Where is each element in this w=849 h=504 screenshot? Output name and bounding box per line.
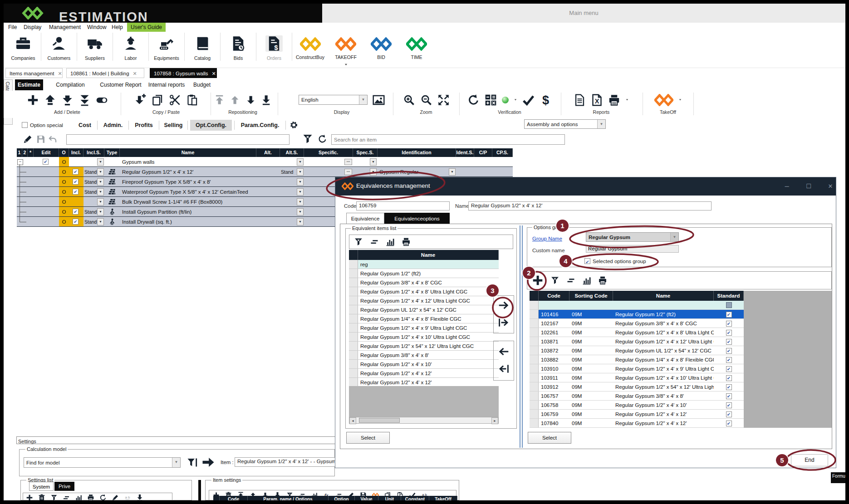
- grid-o-cell[interactable]: O: [59, 177, 69, 187]
- close-icon[interactable]: ✕: [824, 182, 837, 191]
- grid-incl-cell[interactable]: [69, 187, 83, 197]
- minimize-icon[interactable]: ─: [780, 182, 794, 191]
- move-top-icon[interactable]: [214, 94, 225, 106]
- grid-o-cell[interactable]: O: [59, 187, 69, 197]
- chevron-down-icon[interactable]: [625, 98, 629, 101]
- grid-alts-cell[interactable]: ▼: [280, 217, 304, 227]
- grid-alt-cell[interactable]: [256, 197, 280, 207]
- report-document-icon[interactable]: [574, 94, 586, 106]
- tab-estimate[interactable]: Estimate: [15, 79, 43, 90]
- grid-incl-cell[interactable]: [69, 177, 83, 187]
- list-item[interactable]: Regular Gypsum 3/8" x 4' x 8' CGC: [349, 278, 499, 287]
- menu-users-guide[interactable]: User's Guide: [127, 23, 166, 32]
- toolbar-item-equipments[interactable]: Equipments: [149, 33, 185, 61]
- doc-tab-items-management[interactable]: Items management✕: [5, 68, 63, 78]
- chevron-down-icon[interactable]: [514, 98, 517, 101]
- chevron-down-icon[interactable]: ▼: [297, 208, 304, 215]
- tab-system[interactable]: System: [29, 482, 54, 491]
- grid-alts-cell[interactable]: ▼: [280, 207, 304, 217]
- delete-down-icon[interactable]: [61, 94, 74, 106]
- grid-incls-cell[interactable]: Stand▼: [83, 207, 104, 217]
- refresh-icon[interactable]: [318, 134, 327, 144]
- chevron-down-icon[interactable]: ▼: [97, 188, 104, 196]
- grid-o-cell[interactable]: O: [59, 217, 69, 227]
- select-left-button[interactable]: Select: [346, 432, 390, 444]
- list-item[interactable]: Regular Gypsum 1/2" x 54" x 12' Ultra Li…: [349, 342, 499, 351]
- options-table-row[interactable]: 10784009MRegular Gypsum 1/2" x 4' x 12': [530, 419, 744, 428]
- toolbar-item-customers[interactable]: Customers: [41, 33, 77, 61]
- search-input[interactable]: [331, 134, 565, 145]
- grid-header-[interactable]: *: [28, 148, 34, 157]
- toolbar-item-suppliers[interactable]: Suppliers: [77, 33, 113, 61]
- tab-equivalence[interactable]: Equivalence: [346, 213, 384, 224]
- grid-edit-cell[interactable]: [34, 217, 59, 227]
- grid-edit-cell[interactable]: [34, 157, 59, 167]
- options-table-row[interactable]: 10141609MRegular Gypsum 1/2" (ft2): [530, 310, 744, 319]
- grid-header-o[interactable]: O: [59, 148, 69, 157]
- list-item[interactable]: Regular Gypsum 3/8" x 4' x 8': [349, 351, 499, 360]
- scrollbar-thumb[interactable]: [359, 418, 400, 423]
- grid-incl-cell[interactable]: [69, 167, 83, 177]
- config-selling-button[interactable]: Selling: [162, 120, 185, 131]
- grid-header-specific[interactable]: Specific.: [304, 148, 353, 157]
- grid-identification-cell[interactable]: [378, 157, 456, 167]
- options-table-row[interactable]: 10391109MRegular Gypsum 1/2" x 4' x 10' …: [530, 373, 744, 382]
- filter-icon[interactable]: [550, 276, 559, 285]
- paste-insert-icon[interactable]: [134, 94, 147, 106]
- move-right-icon[interactable]: [498, 299, 510, 311]
- grid-alt-cell[interactable]: [256, 207, 280, 217]
- item-edit-input[interactable]: [66, 134, 290, 145]
- calculator-icon[interactable]: [485, 94, 497, 106]
- tab-internal-reports[interactable]: Internal reports: [146, 79, 187, 90]
- grid-incl-cell[interactable]: [69, 157, 83, 167]
- chevron-down-icon[interactable]: ▼: [597, 120, 605, 128]
- zoom-out-icon[interactable]: [420, 94, 432, 106]
- grid-o-cell[interactable]: O: [59, 167, 69, 177]
- copy-icon[interactable]: [152, 94, 164, 106]
- options-table-row[interactable]: 10387109MRegular Gypsum 1/2" x 4' x 12' …: [530, 337, 744, 346]
- chevron-down-icon[interactable]: ▼: [370, 168, 377, 176]
- config-cost-button[interactable]: Cost: [75, 120, 95, 131]
- group-name-select[interactable]: Regular Gypsum▼: [586, 232, 679, 242]
- list-item[interactable]: Regular Gypsum 1/4" x 4' x 8' Flexible C…: [349, 314, 499, 323]
- grid-header-ident-s[interactable]: Ident.S.: [456, 148, 474, 157]
- gear-icon[interactable]: [290, 121, 298, 129]
- grid-name-cell[interactable]: Gypsum walls: [120, 157, 256, 167]
- filter-icon[interactable]: [302, 133, 313, 144]
- move-bottom-icon[interactable]: [261, 94, 271, 106]
- grid-header-2[interactable]: 2: [22, 148, 28, 157]
- chevron-down-icon[interactable]: ▼: [97, 208, 104, 215]
- chevron-down-icon[interactable]: ▼: [370, 158, 377, 166]
- zoom-in-icon[interactable]: [403, 94, 415, 106]
- toolbar-item-bid[interactable]: BID: [363, 33, 399, 60]
- menu-file[interactable]: File: [8, 24, 17, 30]
- grid-edit-cell[interactable]: [34, 177, 59, 187]
- grid-incls-cell[interactable]: Stand▼: [83, 187, 104, 197]
- list-item[interactable]: Regular Gypsum 1/2" x 4' x 12' Ultra Lig…: [349, 296, 499, 305]
- filter-icon[interactable]: [354, 237, 363, 246]
- move-all-right-icon[interactable]: [498, 317, 510, 328]
- scroll-left-icon[interactable]: ◄: [349, 417, 356, 424]
- grid-header-identification[interactable]: Identification: [378, 148, 456, 157]
- move-all-left-icon[interactable]: [498, 363, 510, 375]
- chevron-down-icon[interactable]: ▼: [97, 178, 104, 186]
- chevron-down-icon[interactable]: ▼: [97, 198, 104, 206]
- grid-alts-cell[interactable]: ▼: [280, 197, 304, 207]
- custom-name-field[interactable]: Regular Gypsum: [586, 245, 679, 253]
- maximize-icon[interactable]: ☐: [802, 182, 815, 191]
- group-name-link[interactable]: Group Name: [532, 236, 562, 241]
- apply-model-arrow-icon[interactable]: [201, 455, 215, 469]
- grid-alts-cell[interactable]: Stand▼: [280, 167, 304, 177]
- options-table-row[interactable]: 10387209MRegular Gypsum UL 1/2" x 54" x …: [530, 346, 744, 355]
- chevron-down-icon[interactable]: ▼: [297, 178, 304, 186]
- toolbar-item-constructbuy[interactable]: ConstructBuy: [292, 33, 328, 60]
- doc-tab-model-building[interactable]: 108861 : Model | Building✕: [66, 68, 144, 78]
- grid-header-edit[interactable]: Edit: [34, 148, 59, 157]
- grid-alts-cell[interactable]: ▼: [280, 157, 304, 167]
- grid-incl-cell[interactable]: [69, 207, 83, 217]
- grid-alts-cell[interactable]: ▼: [280, 177, 304, 187]
- grid-alt-cell[interactable]: [256, 167, 280, 177]
- refresh-icon[interactable]: [467, 94, 480, 106]
- grid-header-incl-s[interactable]: Incl.S.: [83, 148, 104, 157]
- verify-check-icon[interactable]: [522, 94, 535, 106]
